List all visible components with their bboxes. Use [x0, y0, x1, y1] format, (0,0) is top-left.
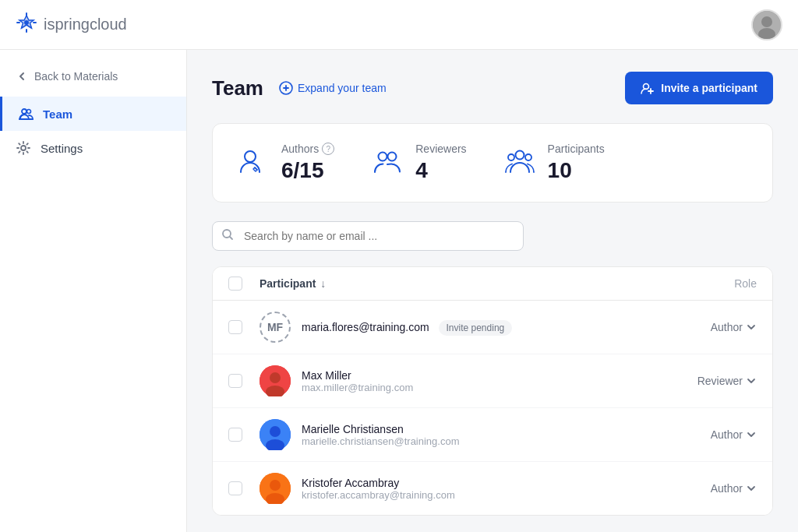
main-layout: Back to Materials T	[0, 50, 798, 532]
row1-name: maria.flores@training.com	[302, 321, 429, 333]
row2-name: Max Miller	[302, 369, 413, 382]
row1-role[interactable]: Author	[648, 321, 757, 333]
page-header-left: Team Expand your team	[212, 76, 387, 100]
stats-card: Authors ? 6/15 Revi	[212, 123, 773, 203]
table-row: MF maria.flores@training.com Invite pend…	[213, 301, 772, 354]
row4-check-col	[228, 481, 260, 495]
sort-icon[interactable]: ↓	[320, 277, 326, 290]
row2-check-col	[228, 374, 260, 388]
authors-value: 6/15	[281, 158, 334, 183]
row2-info: Max Miller max.miller@training.com	[302, 369, 413, 393]
search-bar	[212, 221, 524, 251]
expand-icon	[279, 81, 293, 95]
row4-checkbox[interactable]	[228, 481, 242, 495]
svg-point-12	[21, 146, 26, 150]
back-label: Back to Materials	[34, 70, 118, 83]
user-avatar[interactable]	[751, 9, 782, 41]
row2-role-label: Reviewer	[697, 375, 743, 387]
row3-name: Marielle Christiansen	[302, 423, 460, 435]
row4-name: Kristofer Accambray	[302, 477, 455, 489]
svg-point-26	[270, 426, 281, 437]
participants-value: 10	[548, 158, 605, 183]
row2-role[interactable]: Reviewer	[648, 375, 757, 387]
svg-point-23	[270, 372, 281, 383]
authors-label: Authors	[281, 143, 319, 155]
row3-avatar	[260, 419, 291, 450]
sidebar-item-team[interactable]: Team	[0, 97, 186, 131]
stat-participants: Participants 10	[504, 143, 605, 183]
invite-participant-button[interactable]: Invite a participant	[625, 72, 773, 104]
logo: ispringcloud	[16, 12, 127, 38]
chevron-down-icon	[746, 322, 757, 333]
row3-role[interactable]: Author	[648, 428, 757, 441]
stat-reviewers: Reviewers 4	[372, 143, 466, 183]
row1-info: maria.flores@training.com Invite pending	[302, 321, 512, 333]
app-header: ispringcloud	[0, 0, 798, 50]
reviewers-value: 4	[415, 158, 466, 183]
reviewers-label: Reviewers	[415, 143, 466, 155]
row1-role-label: Author	[711, 321, 743, 333]
row4-email: kristofer.accambray@training.com	[302, 489, 455, 501]
row3-avatar-img	[260, 419, 291, 450]
participant-header-label: Participant	[260, 277, 316, 290]
reviewers-icon	[372, 146, 403, 180]
row2-avatar	[260, 365, 291, 396]
row2-participant: Max Miller max.miller@training.com	[260, 365, 648, 396]
row4-info: Kristofer Accambray kristofer.accambray@…	[302, 477, 455, 501]
sidebar-item-settings[interactable]: Settings	[0, 131, 186, 165]
participants-info: Participants 10	[548, 143, 605, 183]
row1-avatar: MF	[260, 312, 291, 343]
logo-text: ispringcloud	[44, 16, 127, 33]
role-header-label: Role	[734, 277, 757, 290]
page-header: Team Expand your team Invite a participa…	[212, 72, 773, 104]
svg-point-8	[22, 109, 26, 114]
logo-product: cloud	[90, 16, 127, 33]
authors-icon	[238, 146, 269, 180]
sidebar-settings-label: Settings	[41, 142, 83, 155]
sidebar: Back to Materials T	[0, 50, 187, 532]
expand-team-link[interactable]: Expand your team	[279, 81, 387, 95]
row2-email: max.miller@training.com	[302, 382, 413, 393]
stat-authors: Authors ? 6/15	[238, 143, 334, 183]
row4-role[interactable]: Author	[648, 482, 757, 495]
svg-point-0	[24, 20, 29, 25]
authors-label-row: Authors ?	[281, 143, 334, 155]
table-header: Participant ↓ Role	[213, 267, 772, 301]
row2-avatar-img	[260, 365, 291, 396]
chevron-down-icon	[746, 375, 757, 386]
row1-checkbox[interactable]	[228, 320, 242, 334]
svg-point-6	[761, 16, 772, 27]
chevron-down-icon	[746, 429, 757, 440]
row2-checkbox[interactable]	[228, 374, 242, 388]
svg-point-15	[245, 151, 256, 162]
row1-participant: MF maria.flores@training.com Invite pend…	[260, 312, 648, 343]
search-input[interactable]	[212, 221, 524, 251]
header-checkbox-col	[228, 277, 260, 291]
expand-label: Expand your team	[298, 82, 387, 94]
participants-icon	[504, 146, 535, 180]
table-row: Marielle Christiansen marielle.christian…	[213, 408, 772, 462]
avatar-image	[753, 11, 781, 39]
sidebar-team-label: Team	[43, 107, 72, 121]
participant-col-header: Participant ↓	[260, 277, 648, 290]
chevron-left-icon	[16, 70, 28, 83]
reviewers-info: Reviewers 4	[415, 143, 466, 183]
row4-participant: Kristofer Accambray kristofer.accambray@…	[260, 473, 648, 504]
main-content: Team Expand your team Invite a participa…	[187, 50, 798, 532]
page-title: Team	[212, 76, 263, 100]
settings-icon	[16, 140, 31, 156]
row4-avatar-img	[260, 473, 291, 504]
row3-checkbox[interactable]	[228, 428, 242, 442]
authors-info-icon[interactable]: ?	[322, 143, 334, 155]
back-to-materials[interactable]: Back to Materials	[0, 62, 186, 90]
table-row: Kristofer Accambray kristofer.accambray@…	[213, 462, 772, 515]
chevron-down-icon	[746, 483, 757, 494]
svg-point-18	[515, 151, 524, 160]
select-all-checkbox[interactable]	[228, 277, 242, 291]
table-row: Max Miller max.miller@training.com Revie…	[213, 354, 772, 408]
svg-point-9	[27, 110, 31, 114]
logo-brand: ispring	[44, 16, 90, 33]
row3-info: Marielle Christiansen marielle.christian…	[302, 423, 460, 447]
svg-point-20	[525, 154, 531, 160]
row1-badge: Invite pending	[439, 320, 513, 336]
